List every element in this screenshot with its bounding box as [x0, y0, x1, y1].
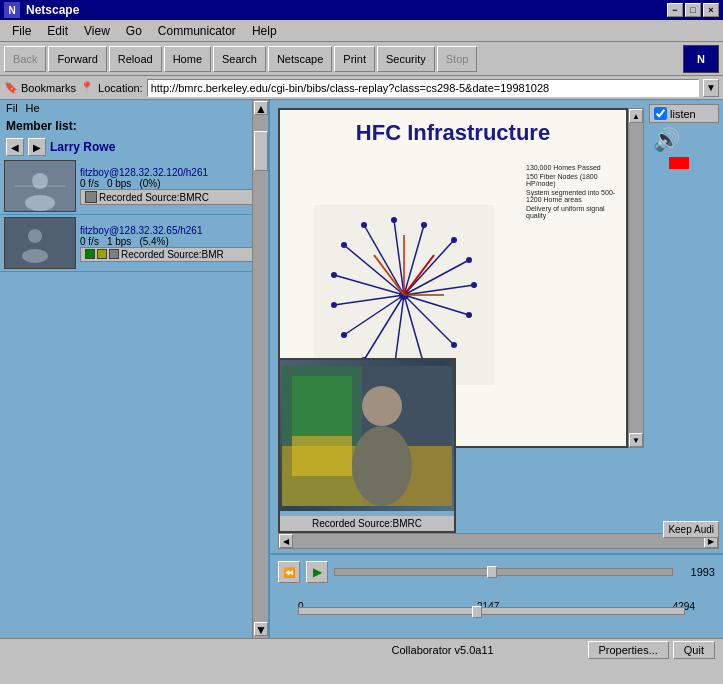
member-item-1: fitzboy@128.32.32.120/h261 0 f/s 0 bps (…	[0, 158, 268, 215]
small-video-label: Recorded Source:BMRC	[280, 516, 454, 531]
search-button[interactable]: Search	[213, 46, 266, 72]
gray-indicator	[109, 249, 119, 259]
svg-point-34	[471, 282, 477, 288]
member-1-stats: 0 f/s 0 bps (0%)	[80, 178, 264, 189]
svg-point-36	[451, 342, 457, 348]
menu-go[interactable]: Go	[118, 22, 150, 40]
member-1-bps: 0 bps	[107, 178, 131, 189]
left-scrollbar[interactable]: ▲ ▼	[252, 100, 268, 638]
bullet-2: 150 Fiber Nodes (1800 HP/node)	[526, 173, 616, 187]
member-controls: ◀ ▶ Larry Rowe	[0, 136, 268, 158]
left-panel: Fil He Member list: ◀ ▶ Larry Rowe	[0, 100, 270, 638]
menu-edit[interactable]: Edit	[39, 22, 76, 40]
svg-point-31	[421, 222, 427, 228]
location-icon: 📍	[80, 81, 94, 94]
menu-view[interactable]: View	[76, 22, 118, 40]
menu-bar: File Edit View Go Communicator Help	[0, 20, 723, 42]
svg-point-40	[341, 332, 347, 338]
member-2-thumbnail	[4, 217, 76, 269]
member-2-pct: (5.4%)	[139, 236, 168, 247]
member-1-info: fitzboy@128.32.32.120/h261 0 f/s 0 bps (…	[80, 167, 264, 205]
location-dropdown[interactable]: ▼	[703, 79, 719, 97]
member-item-2: fitzboy@128.32.32.65/h261 0 f/s 1 bps (5…	[0, 215, 268, 272]
member-1-thumbnail	[4, 160, 76, 212]
svg-point-33	[466, 257, 472, 263]
member-list-header: Member list:	[0, 116, 268, 136]
he-button[interactable]: He	[26, 102, 40, 114]
small-video	[280, 360, 454, 511]
svg-point-32	[451, 237, 457, 243]
listen-checkbox[interactable]	[654, 107, 667, 120]
member-2-source-icons	[85, 249, 119, 259]
main-video-scrollbar[interactable]: ▲ ▼	[628, 108, 644, 448]
progress-track[interactable]	[334, 568, 673, 576]
progress-area: ⏪ ▶ 1993 0 2147 4294	[270, 553, 723, 638]
fil-button[interactable]: Fil	[6, 102, 18, 114]
member-prev-button[interactable]: ◀	[6, 138, 24, 156]
progress-thumb[interactable]	[487, 566, 497, 578]
v-scroll-track	[629, 123, 643, 433]
forward-button[interactable]: Forward	[48, 46, 106, 72]
svg-point-35	[466, 312, 472, 318]
slide-title: HFC Infrastructure	[356, 120, 550, 146]
svg-rect-49	[292, 436, 352, 476]
member-1-source-icon	[85, 191, 97, 203]
menu-file[interactable]: File	[4, 22, 39, 40]
progress-value: 1993	[679, 566, 715, 578]
maximize-button[interactable]: □	[685, 3, 701, 17]
small-video-container: Recorded Source:BMRC	[278, 358, 456, 533]
member-1-fps: 0 f/s	[80, 178, 99, 189]
bookmarks-label: 🔖 Bookmarks	[4, 81, 76, 94]
netscape-button[interactable]: Netscape	[268, 46, 332, 72]
scroll-up-btn[interactable]: ▲	[254, 101, 268, 115]
bookmark-icon[interactable]: 🔖	[4, 81, 18, 94]
member-2-source: Recorded Source:BMR	[80, 247, 264, 262]
stop-button[interactable]: Stop	[437, 46, 478, 72]
url-input[interactable]	[147, 79, 699, 97]
member-next-button[interactable]: ▶	[28, 138, 46, 156]
green-indicator	[85, 249, 95, 259]
menu-communicator[interactable]: Communicator	[150, 22, 244, 40]
playback-controls: ⏪ ▶ 1993	[278, 561, 715, 583]
listen-label: listen	[670, 108, 696, 120]
listen-checkbox-row: listen	[649, 104, 719, 123]
rewind-button[interactable]: ⏪	[278, 561, 300, 583]
play-button[interactable]: ▶	[306, 561, 328, 583]
svg-point-42	[331, 272, 337, 278]
location-bar: 🔖 Bookmarks 📍 Location: ▼	[0, 76, 723, 100]
minimize-button[interactable]: −	[667, 3, 683, 17]
bullet-1: 130,000 Homes Passed	[526, 164, 616, 171]
member-2-bps: 1 bps	[107, 236, 131, 247]
timeline-thumb[interactable]	[472, 606, 482, 618]
quit-button[interactable]: Quit	[673, 641, 715, 659]
title-bar: N Netscape − □ ×	[0, 0, 723, 20]
svg-point-5	[28, 229, 42, 243]
svg-point-2	[25, 195, 55, 211]
window-title: Netscape	[26, 3, 667, 17]
status-version: Collaborator v5.0a11	[298, 644, 588, 656]
security-button[interactable]: Security	[377, 46, 435, 72]
menu-help[interactable]: Help	[244, 22, 285, 40]
toolbar: Back Forward Reload Home Search Netscape…	[0, 42, 723, 76]
member-1-source: Recorded Source:BMRC	[80, 189, 264, 205]
member-1-video	[5, 161, 75, 211]
print-button[interactable]: Print	[334, 46, 375, 72]
h-scroll-left[interactable]: ◀	[279, 534, 293, 548]
slide-bullets: 130,000 Homes Passed 150 Fiber Nodes (18…	[526, 154, 616, 436]
scroll-down-btn[interactable]: ▼	[254, 622, 268, 636]
status-bar: Collaborator v5.0a11 Properties... Quit	[0, 638, 723, 660]
close-button[interactable]: ×	[703, 3, 719, 17]
timeline-track[interactable]	[298, 607, 685, 615]
scroll-thumb[interactable]	[254, 131, 268, 171]
yellow-indicator	[97, 249, 107, 259]
back-button[interactable]: Back	[4, 46, 46, 72]
timeline-area: 0 2147 4294	[278, 601, 715, 629]
reload-button[interactable]: Reload	[109, 46, 162, 72]
home-button[interactable]: Home	[164, 46, 211, 72]
h-scrollbar[interactable]: ◀ ▶	[278, 533, 719, 549]
v-scroll-up[interactable]: ▲	[629, 109, 643, 123]
v-scroll-down[interactable]: ▼	[629, 433, 643, 447]
keep-audio-button[interactable]: Keep Audi	[663, 521, 719, 538]
properties-button[interactable]: Properties...	[588, 641, 669, 659]
svg-point-46	[362, 386, 402, 426]
